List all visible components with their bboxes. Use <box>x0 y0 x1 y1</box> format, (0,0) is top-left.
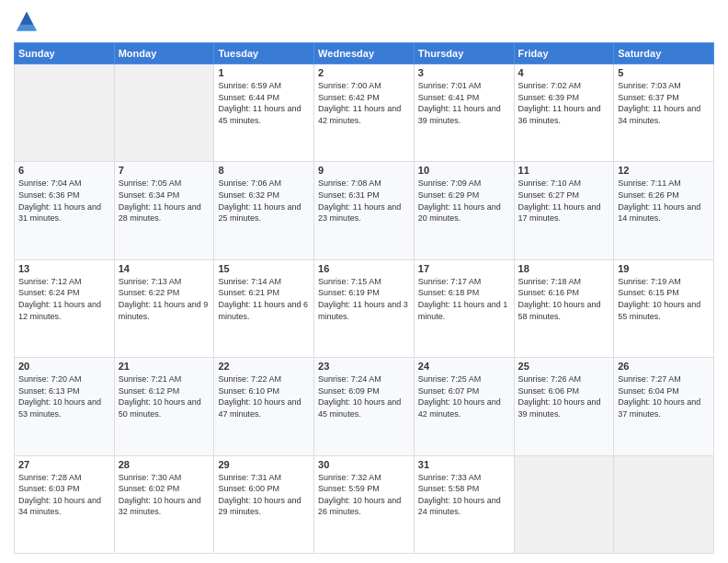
calendar-cell: 10Sunrise: 7:09 AM Sunset: 6:29 PM Dayli… <box>414 162 514 259</box>
calendar-cell: 23Sunrise: 7:24 AM Sunset: 6:09 PM Dayli… <box>314 358 415 455</box>
calendar-week: 13Sunrise: 7:12 AM Sunset: 6:24 PM Dayli… <box>15 259 714 357</box>
day-number: 20 <box>18 361 110 372</box>
day-number: 8 <box>218 165 310 176</box>
day-info: Sunrise: 7:25 AM Sunset: 6:07 PM Dayligh… <box>418 373 510 419</box>
day-info: Sunrise: 7:33 AM Sunset: 5:58 PM Dayligh… <box>418 472 510 518</box>
calendar-cell: 16Sunrise: 7:15 AM Sunset: 6:19 PM Dayli… <box>314 259 415 357</box>
day-info: Sunrise: 7:17 AM Sunset: 6:18 PM Dayligh… <box>418 276 510 322</box>
calendar-cell: 18Sunrise: 7:18 AM Sunset: 6:16 PM Dayli… <box>514 259 614 357</box>
weekday-header: Sunday <box>15 43 115 64</box>
day-info: Sunrise: 7:24 AM Sunset: 6:09 PM Dayligh… <box>318 373 410 419</box>
day-number: 15 <box>218 263 310 274</box>
calendar-cell: 24Sunrise: 7:25 AM Sunset: 6:07 PM Dayli… <box>414 358 514 455</box>
weekday-row: SundayMondayTuesdayWednesdayThursdayFrid… <box>15 43 714 64</box>
day-number: 24 <box>418 361 510 372</box>
day-info: Sunrise: 7:09 AM Sunset: 6:29 PM Dayligh… <box>418 178 510 224</box>
day-number: 3 <box>418 67 510 78</box>
calendar-cell: 8Sunrise: 7:06 AM Sunset: 6:32 PM Daylig… <box>214 162 314 259</box>
calendar-cell: 12Sunrise: 7:11 AM Sunset: 6:26 PM Dayli… <box>614 162 714 259</box>
calendar-cell: 26Sunrise: 7:27 AM Sunset: 6:04 PM Dayli… <box>614 358 714 455</box>
day-info: Sunrise: 7:26 AM Sunset: 6:06 PM Dayligh… <box>518 373 610 419</box>
day-info: Sunrise: 7:28 AM Sunset: 6:03 PM Dayligh… <box>18 472 110 518</box>
calendar-cell <box>114 64 214 162</box>
day-number: 31 <box>418 459 510 470</box>
calendar-week: 1Sunrise: 6:59 AM Sunset: 6:44 PM Daylig… <box>15 64 714 162</box>
day-number: 16 <box>318 263 410 274</box>
header <box>14 9 714 35</box>
day-info: Sunrise: 7:13 AM Sunset: 6:22 PM Dayligh… <box>119 276 210 322</box>
day-number: 17 <box>418 263 510 274</box>
calendar-cell: 27Sunrise: 7:28 AM Sunset: 6:03 PM Dayli… <box>15 455 115 553</box>
day-info: Sunrise: 7:31 AM Sunset: 6:00 PM Dayligh… <box>218 472 310 518</box>
day-info: Sunrise: 7:10 AM Sunset: 6:27 PM Dayligh… <box>518 178 610 224</box>
weekday-header: Tuesday <box>214 43 314 64</box>
day-number: 1 <box>218 67 310 78</box>
logo-icon <box>14 9 40 35</box>
calendar-cell: 1Sunrise: 6:59 AM Sunset: 6:44 PM Daylig… <box>214 64 314 162</box>
day-number: 30 <box>318 459 410 470</box>
page: SundayMondayTuesdayWednesdayThursdayFrid… <box>0 0 728 563</box>
day-number: 28 <box>119 459 210 470</box>
day-info: Sunrise: 7:19 AM Sunset: 6:15 PM Dayligh… <box>618 276 710 322</box>
day-info: Sunrise: 7:03 AM Sunset: 6:37 PM Dayligh… <box>618 80 710 126</box>
day-info: Sunrise: 7:32 AM Sunset: 5:59 PM Dayligh… <box>318 472 410 518</box>
day-number: 27 <box>18 459 110 470</box>
calendar-cell: 31Sunrise: 7:33 AM Sunset: 5:58 PM Dayli… <box>414 455 514 553</box>
weekday-header: Wednesday <box>314 43 415 64</box>
day-number: 11 <box>518 165 610 176</box>
day-number: 23 <box>318 361 410 372</box>
day-info: Sunrise: 7:30 AM Sunset: 6:02 PM Dayligh… <box>119 472 210 518</box>
calendar-cell: 30Sunrise: 7:32 AM Sunset: 5:59 PM Dayli… <box>314 455 415 553</box>
day-number: 10 <box>418 165 510 176</box>
calendar-cell: 28Sunrise: 7:30 AM Sunset: 6:02 PM Dayli… <box>114 455 214 553</box>
day-number: 9 <box>318 165 410 176</box>
day-number: 19 <box>618 263 710 274</box>
day-number: 6 <box>18 165 110 176</box>
calendar-cell: 17Sunrise: 7:17 AM Sunset: 6:18 PM Dayli… <box>414 259 514 357</box>
calendar-cell: 22Sunrise: 7:22 AM Sunset: 6:10 PM Dayli… <box>214 358 314 455</box>
day-number: 4 <box>518 67 610 78</box>
day-number: 29 <box>218 459 310 470</box>
calendar-cell: 13Sunrise: 7:12 AM Sunset: 6:24 PM Dayli… <box>15 259 115 357</box>
calendar-cell: 7Sunrise: 7:05 AM Sunset: 6:34 PM Daylig… <box>114 162 214 259</box>
day-number: 22 <box>218 361 310 372</box>
calendar-week: 20Sunrise: 7:20 AM Sunset: 6:13 PM Dayli… <box>15 358 714 455</box>
weekday-header: Friday <box>514 43 614 64</box>
calendar-cell: 20Sunrise: 7:20 AM Sunset: 6:13 PM Dayli… <box>15 358 115 455</box>
day-number: 7 <box>119 165 210 176</box>
calendar-cell <box>514 455 614 553</box>
day-number: 5 <box>618 67 710 78</box>
calendar-cell: 29Sunrise: 7:31 AM Sunset: 6:00 PM Dayli… <box>214 455 314 553</box>
calendar-cell <box>15 64 115 162</box>
day-info: Sunrise: 7:21 AM Sunset: 6:12 PM Dayligh… <box>119 373 210 419</box>
calendar-cell <box>614 455 714 553</box>
calendar-cell: 21Sunrise: 7:21 AM Sunset: 6:12 PM Dayli… <box>114 358 214 455</box>
day-info: Sunrise: 7:22 AM Sunset: 6:10 PM Dayligh… <box>218 373 310 419</box>
day-number: 25 <box>518 361 610 372</box>
calendar-cell: 6Sunrise: 7:04 AM Sunset: 6:36 PM Daylig… <box>15 162 115 259</box>
weekday-header: Monday <box>114 43 214 64</box>
day-number: 18 <box>518 263 610 274</box>
calendar-cell: 11Sunrise: 7:10 AM Sunset: 6:27 PM Dayli… <box>514 162 614 259</box>
calendar-cell: 5Sunrise: 7:03 AM Sunset: 6:37 PM Daylig… <box>614 64 714 162</box>
calendar-week: 27Sunrise: 7:28 AM Sunset: 6:03 PM Dayli… <box>15 455 714 553</box>
calendar-cell: 14Sunrise: 7:13 AM Sunset: 6:22 PM Dayli… <box>114 259 214 357</box>
day-info: Sunrise: 7:18 AM Sunset: 6:16 PM Dayligh… <box>518 276 610 322</box>
day-info: Sunrise: 7:02 AM Sunset: 6:39 PM Dayligh… <box>518 80 610 126</box>
calendar-cell: 9Sunrise: 7:08 AM Sunset: 6:31 PM Daylig… <box>314 162 415 259</box>
day-number: 14 <box>119 263 210 274</box>
day-info: Sunrise: 7:05 AM Sunset: 6:34 PM Dayligh… <box>119 178 210 224</box>
day-info: Sunrise: 7:12 AM Sunset: 6:24 PM Dayligh… <box>18 276 110 322</box>
day-info: Sunrise: 7:08 AM Sunset: 6:31 PM Dayligh… <box>318 178 410 224</box>
day-number: 12 <box>618 165 710 176</box>
svg-marker-1 <box>20 12 33 25</box>
calendar-cell: 25Sunrise: 7:26 AM Sunset: 6:06 PM Dayli… <box>514 358 614 455</box>
day-info: Sunrise: 7:06 AM Sunset: 6:32 PM Dayligh… <box>218 178 310 224</box>
calendar-cell: 3Sunrise: 7:01 AM Sunset: 6:41 PM Daylig… <box>414 64 514 162</box>
calendar-body: 1Sunrise: 6:59 AM Sunset: 6:44 PM Daylig… <box>15 64 714 554</box>
calendar-week: 6Sunrise: 7:04 AM Sunset: 6:36 PM Daylig… <box>15 162 714 259</box>
day-info: Sunrise: 7:00 AM Sunset: 6:42 PM Dayligh… <box>318 80 410 126</box>
day-info: Sunrise: 7:20 AM Sunset: 6:13 PM Dayligh… <box>18 373 110 419</box>
calendar-cell: 4Sunrise: 7:02 AM Sunset: 6:39 PM Daylig… <box>514 64 614 162</box>
calendar-cell: 19Sunrise: 7:19 AM Sunset: 6:15 PM Dayli… <box>614 259 714 357</box>
